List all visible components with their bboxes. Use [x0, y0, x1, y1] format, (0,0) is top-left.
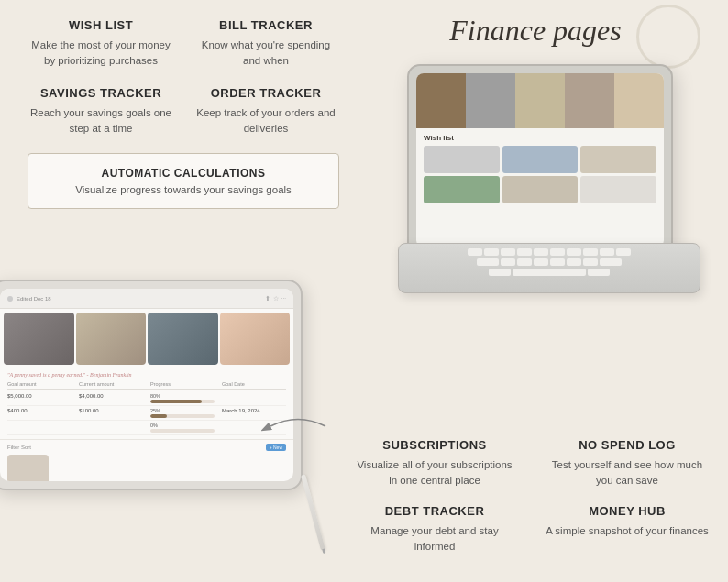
tablet-screen: Edited Dec 18 ⬆ ☆ ··· "A penny s [0, 289, 293, 481]
ipad-screen-photos [416, 73, 664, 128]
kbd-key [588, 269, 610, 276]
col-current: Current amount [79, 381, 143, 387]
bill-tracker-desc: Know what you're spending and when [193, 38, 339, 70]
tablet-body: Edited Dec 18 ⬆ ☆ ··· "A penny s [0, 280, 303, 490]
wish-list-grid [424, 146, 656, 203]
kbd-row-2 [406, 258, 692, 266]
wish-list-title: WISH LIST [28, 18, 174, 32]
new-button[interactable]: + New [266, 444, 286, 451]
auto-calc-desc: Visualize progress towards your savings … [47, 184, 320, 195]
share-icon: ⬆ [265, 295, 270, 302]
kbd-spacebar [513, 269, 586, 276]
wish-list-desc: Make the most of your money by prioritiz… [28, 38, 174, 70]
page-title: Finance pages [361, 14, 710, 48]
subscriptions-title: SUBSCRIPTIONS [352, 438, 517, 452]
bottom-features: SUBSCRIPTIONS Visualize all of your subs… [352, 438, 710, 555]
cell-goal-3 [7, 423, 72, 433]
cell-progress-3: 0% [150, 423, 215, 433]
kbd-key [489, 269, 511, 276]
kbd-key [616, 248, 631, 256]
kbd-key [501, 248, 515, 256]
money-hub-desc: A simple snapshot of your finances [545, 523, 710, 539]
col-date: Goal Date [222, 381, 286, 387]
order-tracker-title: ORDER TRACKER [193, 86, 339, 100]
no-spend-title: NO SPEND LOG [545, 438, 710, 452]
kbd-row-1 [406, 248, 692, 256]
cell-current-1: $4,000.00 [79, 393, 143, 403]
sheet-header: Goal amount Current amount Progress Goal… [7, 381, 286, 390]
wish-list-heading: Wish list [424, 134, 656, 142]
kbd-key [534, 248, 548, 256]
kbd-key [501, 258, 515, 266]
wishlist-thumb [7, 455, 49, 481]
cell-progress-1: 80% [150, 393, 215, 403]
tablet-photo-1 [4, 313, 74, 365]
arrow [261, 408, 335, 445]
keyboard-rows [399, 244, 700, 279]
wish-item-5 [502, 176, 579, 203]
col-progress: Progress [150, 381, 215, 387]
tab-indicator [7, 296, 13, 302]
stylus [301, 474, 325, 550]
cell-current-3 [79, 423, 143, 433]
ipad-body: Wish list [407, 64, 673, 257]
sheet-row-1: $5,000.00 $4,000.00 80% [7, 391, 286, 406]
savings-tracker-desc: Reach your savings goals one step at a t… [28, 105, 174, 137]
filter-label: Filter Sort [7, 445, 31, 450]
cell-goal-2: $400.00 [7, 408, 72, 418]
feature-debt-tracker: DEBT TRACKER Manage your debt and stay i… [352, 504, 517, 555]
kbd-key [550, 248, 565, 256]
feature-wish-list: WISH LIST Make the most of your money by… [28, 18, 174, 70]
kbd-key [600, 248, 614, 256]
wish-item-6 [580, 176, 656, 203]
feature-subscriptions: SUBSCRIPTIONS Visualize all of your subs… [352, 438, 517, 489]
tablet-photo-4 [220, 313, 291, 365]
ipad-content: Wish list [416, 128, 664, 209]
ipad-mockup: Wish list [389, 64, 700, 293]
cell-progress-2: 25% [150, 408, 215, 418]
debt-tracker-desc: Manage your debt and stay informed [352, 523, 517, 555]
auto-calc-title: AUTOMATIC CALCULATIONS [47, 167, 320, 180]
no-spend-desc: Test yourself and see how much you can s… [545, 457, 710, 489]
kbd-key [484, 248, 499, 256]
kbd-key [468, 248, 482, 256]
debt-tracker-title: DEBT TRACKER [352, 504, 517, 518]
progress-bar-2 [150, 414, 215, 418]
col-goal: Goal amount [7, 381, 72, 387]
progress-bar-1 [150, 400, 215, 403]
progress-fill-2 [150, 414, 167, 418]
photo-4 [565, 73, 614, 128]
auto-calc-box: AUTOMATIC CALCULATIONS Visualize progres… [28, 153, 339, 209]
ipad-keyboard [398, 243, 700, 293]
quote-text: "A penny saved is a penny earned." - Ben… [7, 372, 286, 378]
tab-label: Edited Dec 18 [17, 296, 261, 302]
feature-bill-tracker: BILL TRACKER Know what you're spending a… [193, 18, 339, 70]
progress-fill-1 [150, 400, 202, 403]
wish-item-3 [580, 146, 656, 173]
subscriptions-desc: Visualize all of your subscriptions in o… [352, 457, 517, 489]
order-tracker-desc: Keep track of your orders and deliveries [193, 105, 339, 137]
page: WISH LIST Make the most of your money by… [0, 0, 728, 582]
photo-strip [416, 73, 664, 128]
tablet-photo-2 [76, 313, 147, 365]
feature-order-tracker: ORDER TRACKER Keep track of your orders … [193, 86, 339, 137]
kbd-key [517, 248, 532, 256]
tab-icons: ⬆ ☆ ··· [265, 295, 286, 302]
tablet-photo-strip [0, 309, 293, 368]
tablet-wishlist-section: Filter Sort + New Bag [0, 439, 293, 481]
photo-3 [515, 73, 565, 128]
tablet-spreadsheet: "A penny saved is a penny earned." - Ben… [0, 368, 293, 439]
kbd-row-3 [406, 269, 692, 276]
sheet-row-2: $400.00 $100.00 25% March 19, 2024 [7, 406, 286, 421]
more-icon: ··· [281, 295, 286, 302]
kbd-key [534, 258, 548, 266]
ipad-screen: Wish list [416, 73, 664, 247]
photo-2 [466, 73, 515, 128]
progress-bar-3 [150, 429, 215, 433]
wish-item-2 [502, 146, 579, 173]
feature-money-hub: MONEY HUB A simple snapshot of your fina… [545, 504, 710, 555]
star-icon: ☆ [273, 295, 279, 302]
feature-savings-tracker: SAVINGS TRACKER Reach your savings goals… [28, 86, 174, 137]
kbd-key [477, 258, 499, 266]
kbd-key [567, 258, 581, 266]
